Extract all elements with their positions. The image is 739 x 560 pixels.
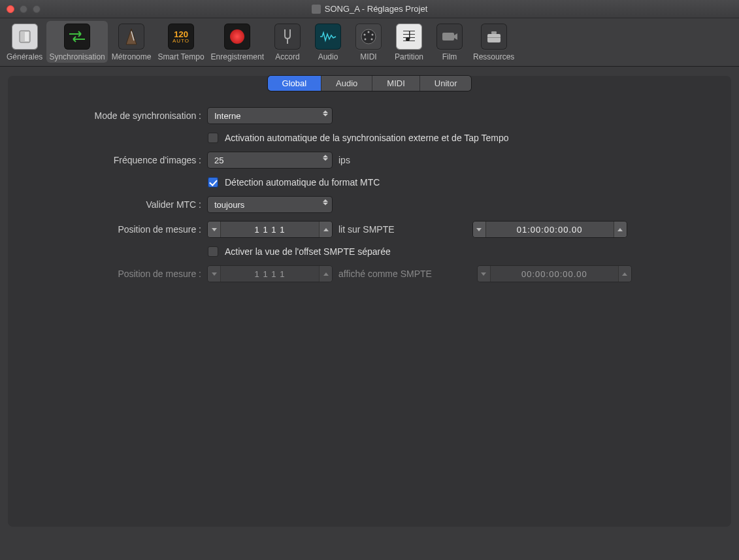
document-proxy-icon [312, 5, 321, 14]
chevron-up-icon [622, 272, 627, 276]
stepper-decrement[interactable] [473, 222, 486, 237]
svg-rect-18 [487, 37, 501, 38]
svg-rect-1 [25, 32, 29, 41]
chevron-down-icon [476, 228, 482, 231]
frame-rate-value: 25 [214, 156, 223, 165]
chevron-down-icon [212, 228, 217, 231]
toolbar-item-score[interactable]: Partition [389, 21, 429, 63]
toolbar-label: Enregistrement [211, 52, 264, 61]
toolbar-label: Audio [318, 52, 338, 61]
toolbar-label: Synchronisation [49, 52, 105, 61]
tab-midi[interactable]: MIDI [372, 76, 419, 91]
metronome-icon [123, 27, 139, 46]
separate-offset-checkbox[interactable] [208, 246, 218, 257]
label-sync-mode: Mode de synchronisation : [31, 110, 208, 121]
record-icon [230, 29, 244, 44]
stepper-increment[interactable] [319, 222, 332, 237]
label-validate-mtc: Valider MTC : [31, 199, 208, 210]
auto-mtc-label: Détection automatique du format MTC [225, 177, 380, 188]
stepper-decrement [478, 266, 491, 282]
auto-ext-sync-checkbox[interactable] [208, 133, 218, 143]
toolbar-item-assets[interactable]: Ressources [470, 21, 517, 63]
toolbar-item-smart-tempo[interactable]: 120 AUTO Smart Tempo [155, 21, 206, 63]
toolbar-item-metronome[interactable]: Métronome [109, 21, 154, 63]
frame-rate-unit: ips [338, 155, 350, 165]
sync-tabs: Global Audio MIDI Unitor [268, 76, 472, 91]
auto-ext-sync-label: Activation automatique de la synchronisa… [225, 133, 509, 143]
toolbar-item-sync[interactable]: Synchronisation [46, 21, 107, 63]
reads-smpte-label: lit sur SMPTE [338, 224, 395, 235]
toolbar-item-tuning[interactable]: Accord [268, 21, 307, 63]
toolbar-label: Ressources [473, 52, 514, 61]
settings-panel: Global Audio MIDI Unitor Mode de synchro… [8, 76, 731, 527]
auto-mtc-checkbox[interactable] [208, 177, 218, 188]
toolbar-label: Métronome [112, 52, 152, 61]
svg-point-5 [363, 34, 365, 36]
toolbar-label: Générales [7, 52, 42, 61]
validate-mtc-popup[interactable]: toujours [208, 197, 332, 212]
sync-arrows-icon [68, 30, 86, 43]
chevron-down-icon [481, 272, 486, 276]
smpte-2-value: 00:00:00:00.00 [491, 266, 618, 282]
chevron-up-icon [323, 272, 329, 276]
smpte-1-value[interactable]: 01:00:00:00.00 [486, 222, 614, 237]
bar-position-2-value: 1 1 1 1 [221, 266, 319, 282]
stepper-increment[interactable] [614, 222, 627, 237]
validate-mtc-value: toujours [214, 200, 244, 210]
tab-audio[interactable]: Audio [321, 76, 372, 91]
tab-global[interactable]: Global [268, 76, 322, 91]
chevron-up-icon [323, 228, 329, 231]
frame-rate-popup[interactable]: 25 [208, 152, 332, 168]
window-title: SONG_A - Réglages Projet [325, 4, 428, 14]
label-bar-position-1: Position de mesure : [31, 224, 208, 235]
bar-position-1-stepper[interactable]: 1 1 1 1 [208, 222, 332, 237]
toolbar-item-general[interactable]: Générales [4, 21, 45, 63]
window-close-button[interactable] [7, 5, 14, 13]
film-icon [441, 30, 458, 43]
toolbar-label: Film [442, 52, 457, 61]
bar-position-1-value[interactable]: 1 1 1 1 [221, 222, 319, 237]
svg-point-6 [371, 34, 373, 36]
smpte-1-stepper[interactable]: 01:00:00:00.00 [473, 222, 627, 237]
toolbar-label: Accord [275, 52, 299, 61]
stepper-decrement[interactable] [208, 222, 221, 237]
audio-wave-icon [319, 31, 337, 42]
svg-rect-17 [491, 31, 497, 34]
label-bar-position-2: Position de mesure : [31, 269, 208, 279]
chevron-down-icon [212, 272, 217, 276]
svg-point-8 [370, 39, 372, 41]
toolbar-label: Partition [395, 52, 423, 61]
score-icon [402, 29, 416, 44]
stepper-increment [319, 266, 332, 282]
tab-unitor[interactable]: Unitor [420, 76, 472, 91]
smpte-2-stepper: 00:00:00:00.00 [478, 266, 631, 282]
window-zoom-button[interactable] [33, 5, 41, 13]
toolbar-item-audio[interactable]: Audio [308, 21, 348, 63]
smart-tempo-icon: 120 AUTO [172, 30, 189, 44]
svg-point-7 [364, 39, 366, 41]
window-minimize-button[interactable] [20, 5, 27, 13]
toolbar-item-midi[interactable]: MIDI [349, 21, 388, 63]
label-frame-rate: Fréquence d'images : [31, 155, 208, 165]
displayed-smpte-label: affiché comme SMPTE [338, 269, 432, 279]
chevron-updown-icon [323, 199, 328, 205]
stepper-increment [618, 266, 631, 282]
chevron-up-icon [617, 228, 623, 231]
stepper-decrement [208, 266, 221, 282]
separate-offset-label: Activer la vue de l'offset SMPTE séparée [225, 246, 391, 257]
svg-rect-15 [442, 33, 454, 41]
toolbar-item-film[interactable]: Film [430, 21, 469, 63]
svg-point-4 [367, 31, 369, 33]
tuning-fork-icon [280, 28, 295, 45]
toolbar-label: MIDI [360, 52, 376, 61]
svg-rect-14 [409, 31, 410, 39]
midi-icon [360, 28, 377, 45]
briefcase-icon [485, 29, 502, 44]
sync-mode-value: Interne [214, 111, 240, 121]
titlebar: SONG_A - Réglages Projet [0, 0, 739, 18]
svg-rect-9 [403, 31, 415, 31]
bar-position-2-stepper: 1 1 1 1 [208, 266, 332, 282]
toolbar-label: Smart Tempo [157, 52, 204, 61]
sync-mode-popup[interactable]: Interne [208, 108, 332, 124]
toolbar-item-record[interactable]: Enregistrement [208, 21, 267, 63]
